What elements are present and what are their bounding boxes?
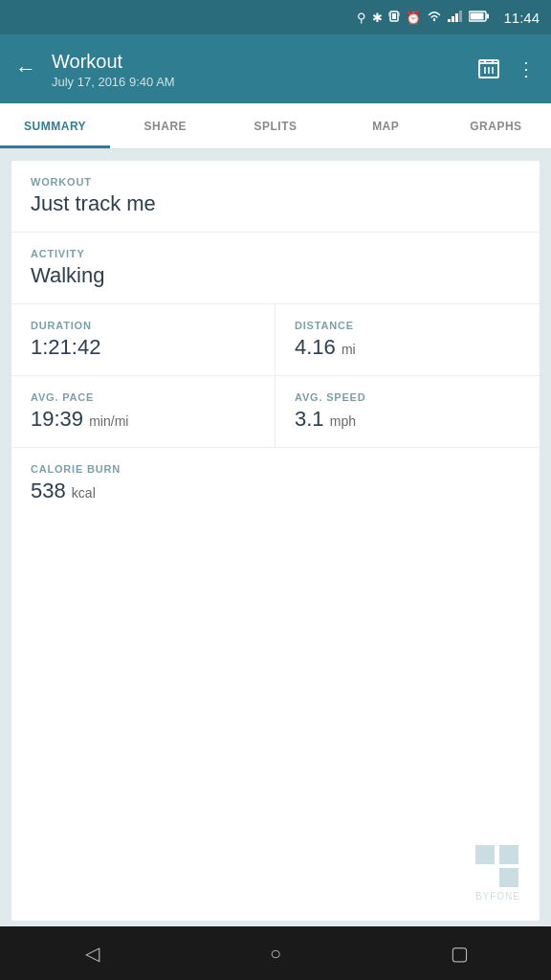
activity-value: Walking [31, 263, 520, 288]
status-bar: ⚲ ✱ ⏰ [0, 0, 551, 34]
svg-rect-7 [448, 19, 451, 22]
app-bar: ← Workout July 17, 2016 9:40 AM ⋮ [0, 34, 551, 103]
bluetooth-icon: ✱ [372, 11, 383, 25]
app-bar-title-block: Workout July 17, 2016 9:40 AM [52, 50, 478, 89]
vibrate-icon [388, 10, 400, 25]
status-icons: ⚲ ✱ ⏰ [357, 10, 540, 26]
watermark-block-3 [475, 868, 495, 887]
stat-avg-speed: AVG. SPEED 3.1 mph [276, 376, 540, 448]
watermark-block-4 [499, 868, 518, 887]
tab-map[interactable]: MAP [331, 103, 441, 148]
activity-section: ACTIVITY Walking [11, 233, 540, 304]
delete-button[interactable] [478, 56, 499, 83]
distance-label: DISTANCE [295, 320, 520, 331]
stat-distance: DISTANCE 4.16 mi [276, 304, 540, 376]
svg-point-6 [433, 18, 435, 20]
avg-pace-label: AVG. PACE [31, 391, 255, 403]
svg-rect-1 [392, 13, 396, 19]
app-bar-actions: ⋮ [478, 56, 536, 83]
signal-icon [448, 11, 463, 25]
avg-speed-unit: mph [330, 413, 356, 429]
calorie-unit: kcal [72, 485, 96, 501]
nav-home-button[interactable]: ○ [247, 934, 304, 972]
tab-splits[interactable]: SPLITS [220, 103, 330, 148]
stats-grid: DURATION 1:21:42 DISTANCE 4.16 mi AVG. P… [11, 304, 540, 448]
svg-rect-12 [487, 13, 490, 18]
workout-name-section: WORKOUT Just track me [11, 161, 540, 233]
calorie-section: CALORIE BURN 538 kcal [11, 448, 540, 519]
app-bar-subtitle: July 17, 2016 9:40 AM [52, 75, 478, 89]
location-icon: ⚲ [357, 11, 366, 25]
nav-back-button[interactable]: ◁ [63, 934, 121, 972]
workout-info-card: WORKOUT Just track me ACTIVITY Walking D… [11, 161, 540, 921]
calorie-label: CALORIE BURN [31, 463, 520, 475]
status-time: 11:44 [503, 10, 540, 26]
svg-rect-8 [452, 16, 454, 22]
back-button[interactable]: ← [15, 56, 36, 81]
calorie-value: 538 kcal [31, 479, 520, 503]
stat-avg-pace: AVG. PACE 19:39 min/mi [11, 376, 276, 448]
tab-share[interactable]: SHARE [110, 103, 220, 148]
more-options-button[interactable]: ⋮ [517, 57, 536, 80]
svg-rect-9 [455, 13, 458, 22]
nav-recent-button[interactable]: ▢ [430, 934, 488, 972]
stat-duration: DURATION 1:21:42 [11, 304, 276, 376]
activity-label: ACTIVITY [31, 248, 520, 259]
tab-graphs[interactable]: GRAPHS [441, 103, 551, 148]
tab-bar: SUMMARY SHARE SPLITS MAP GRAPHS [0, 103, 551, 149]
app-bar-title: Workout [52, 50, 478, 73]
nav-bar: ◁ ○ ▢ [0, 926, 551, 980]
avg-pace-value: 19:39 min/mi [31, 407, 255, 432]
battery-icon [469, 11, 490, 25]
main-content: WORKOUT Just track me ACTIVITY Walking D… [0, 149, 551, 926]
watermark-block-1 [475, 845, 495, 864]
duration-value: 1:21:42 [31, 335, 255, 360]
wifi-icon [427, 11, 442, 25]
tab-summary[interactable]: SUMMARY [0, 103, 110, 148]
svg-rect-10 [459, 11, 462, 22]
empty-space: BYFONE [11, 519, 540, 921]
alarm-icon: ⏰ [406, 11, 421, 25]
watermark: BYFONE [475, 845, 520, 902]
svg-rect-13 [471, 12, 484, 19]
duration-label: DURATION [31, 320, 255, 331]
avg-speed-value: 3.1 mph [295, 407, 520, 432]
watermark-text: BYFONE [475, 891, 520, 902]
distance-unit: mi [342, 342, 356, 357]
watermark-block-2 [499, 845, 518, 864]
watermark-blocks [475, 845, 520, 887]
avg-pace-unit: min/mi [89, 413, 128, 429]
distance-value: 4.16 mi [295, 335, 520, 360]
workout-name-value: Just track me [31, 191, 520, 216]
avg-speed-label: AVG. SPEED [295, 391, 520, 403]
workout-label: WORKOUT [31, 176, 520, 188]
